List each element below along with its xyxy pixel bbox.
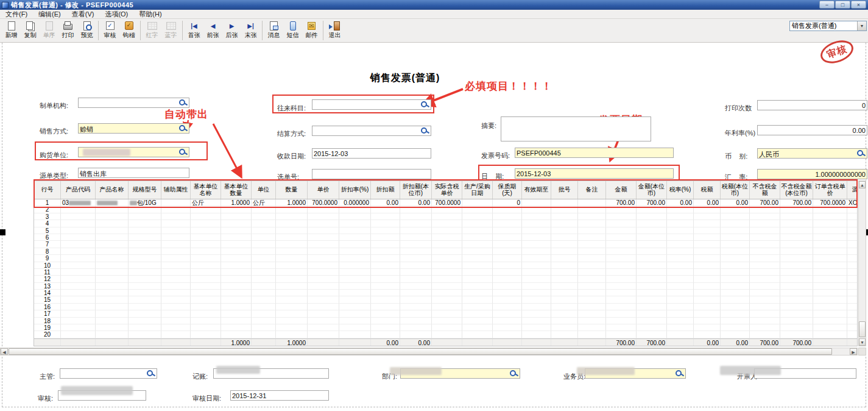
menu-item[interactable]: 帮助(H)	[133, 10, 167, 19]
grid-cell[interactable]	[606, 213, 637, 220]
chevron-down-icon[interactable]: ▼	[857, 21, 866, 30]
grid-cell[interactable]: 0.00	[400, 199, 432, 206]
grid-cell[interactable]	[339, 304, 371, 310]
grid-cell[interactable]	[308, 331, 339, 338]
grid-cell[interactable]	[221, 206, 252, 213]
grid-cell[interactable]	[522, 283, 551, 290]
grid-cell[interactable]	[667, 255, 694, 262]
grid-cell[interactable]	[129, 276, 161, 282]
grid-cell[interactable]	[721, 318, 750, 324]
grid-cell[interactable]	[606, 241, 637, 248]
scroll-up-icon[interactable]: ▲	[859, 181, 866, 188]
grid-cell[interactable]	[371, 318, 400, 324]
grid-cell[interactable]	[578, 220, 606, 227]
grid-cell[interactable]	[780, 276, 813, 282]
grid-cell[interactable]	[721, 248, 750, 255]
grid-cell[interactable]	[694, 331, 721, 338]
grid-cell[interactable]	[252, 220, 276, 227]
grid-cell[interactable]	[308, 324, 339, 331]
grid-cell[interactable]: 公斤	[191, 199, 221, 206]
lookup-icon[interactable]	[147, 370, 156, 377]
menu-item[interactable]: 文件(F)	[0, 10, 33, 19]
grid-cell[interactable]	[339, 206, 371, 213]
grid-cell[interactable]	[432, 318, 462, 324]
grid-cell[interactable]	[667, 213, 694, 220]
field-account[interactable]	[312, 99, 431, 110]
close-button[interactable]: ×	[851, 1, 866, 9]
grid-cell[interactable]	[400, 234, 432, 241]
grid-cell[interactable]	[578, 283, 606, 290]
grid-cell[interactable]	[96, 227, 129, 234]
grid-cell[interactable]	[637, 241, 667, 248]
grid-cell[interactable]	[96, 269, 129, 276]
grid-cell[interactable]	[432, 269, 462, 276]
grid-cell[interactable]	[493, 248, 522, 255]
grid-cell[interactable]	[432, 227, 462, 234]
grid-cell[interactable]	[522, 206, 551, 213]
grid-cell[interactable]	[129, 241, 161, 248]
grid-cell[interactable]	[191, 331, 221, 338]
grid-cell[interactable]	[61, 269, 96, 276]
grid-cell[interactable]	[813, 234, 847, 241]
grid-cell[interactable]	[252, 234, 276, 241]
grid-cell[interactable]	[750, 324, 780, 331]
grid-cell[interactable]	[667, 296, 694, 303]
scroll-right-icon[interactable]: ▶	[850, 348, 857, 355]
grid-cell[interactable]	[191, 220, 221, 227]
grid-cell[interactable]	[750, 290, 780, 296]
field-receipt-date[interactable]: 2015-12-03	[312, 148, 431, 159]
grid-cell[interactable]	[191, 206, 221, 213]
grid-cell[interactable]	[780, 324, 813, 331]
grid-cell[interactable]	[221, 324, 252, 331]
grid-cell[interactable]	[129, 318, 161, 324]
grid-cell[interactable]	[847, 331, 858, 338]
grid-cell[interactable]	[400, 304, 432, 310]
grid-cell[interactable]	[191, 324, 221, 331]
grid-cell[interactable]	[462, 304, 493, 310]
grid-cell[interactable]	[694, 269, 721, 276]
grid-cell[interactable]	[522, 255, 551, 262]
grid-cell[interactable]	[462, 310, 493, 317]
grid-cell[interactable]	[96, 262, 129, 269]
grid-cell[interactable]	[522, 331, 551, 338]
grid-cell[interactable]	[221, 234, 252, 241]
grid-cell[interactable]	[221, 220, 252, 227]
grid-cell[interactable]	[462, 318, 493, 324]
grid-cell[interactable]	[252, 262, 276, 269]
grid-cell[interactable]	[551, 283, 578, 290]
grid-cell[interactable]	[493, 283, 522, 290]
grid-cell[interactable]	[339, 283, 371, 290]
grid-cell[interactable]	[551, 220, 578, 227]
field-source-type[interactable]: 销售出库	[78, 168, 189, 178]
grid-cell[interactable]	[462, 262, 493, 269]
grid-cell[interactable]	[606, 248, 637, 255]
grid-cell[interactable]	[432, 220, 462, 227]
grid-cell[interactable]	[462, 276, 493, 282]
grid-cell[interactable]	[637, 269, 667, 276]
grid-cell[interactable]	[161, 304, 191, 310]
grid-cell[interactable]	[551, 248, 578, 255]
grid-cell[interactable]	[578, 276, 606, 282]
grid-cell[interactable]	[221, 296, 252, 303]
grid-cell[interactable]	[61, 296, 96, 303]
grid-cell[interactable]	[551, 206, 578, 213]
grid-cell[interactable]	[371, 220, 400, 227]
grid-cell[interactable]	[371, 331, 400, 338]
grid-cell[interactable]: 1.0000	[276, 199, 308, 206]
grid-cell[interactable]	[813, 220, 847, 227]
grid-cell[interactable]	[493, 206, 522, 213]
grid-cell[interactable]	[462, 296, 493, 303]
lookup-icon[interactable]	[422, 127, 430, 135]
grid-cell[interactable]	[637, 255, 667, 262]
grid-cell[interactable]	[694, 255, 721, 262]
field-print-count[interactable]: 0	[757, 100, 867, 110]
grid-cell[interactable]	[129, 213, 161, 220]
grid-cell[interactable]	[813, 283, 847, 290]
grid-cell[interactable]: 0	[493, 199, 522, 206]
grid-cell[interactable]	[694, 206, 721, 213]
grid-cell[interactable]	[191, 255, 221, 262]
grid-cell[interactable]	[161, 290, 191, 296]
grid-cell[interactable]	[551, 213, 578, 220]
grid-cell[interactable]	[432, 310, 462, 317]
grid-cell[interactable]	[462, 290, 493, 296]
